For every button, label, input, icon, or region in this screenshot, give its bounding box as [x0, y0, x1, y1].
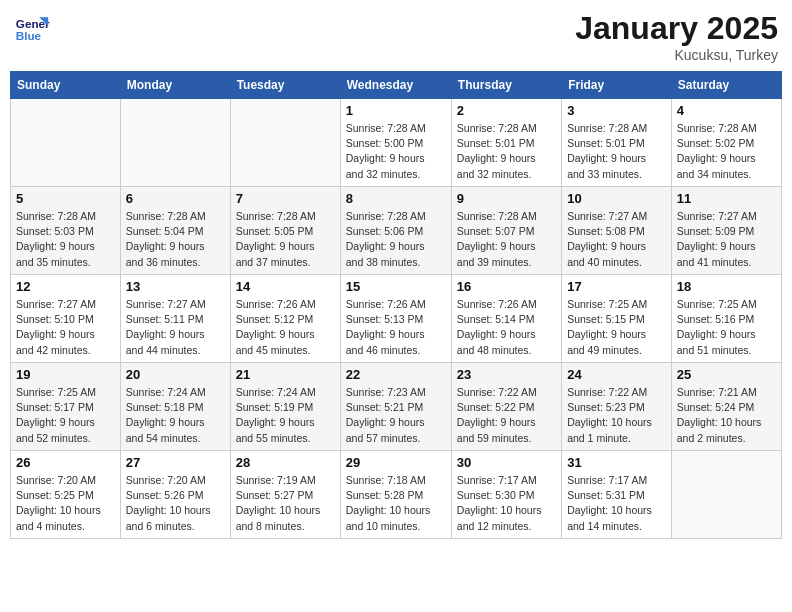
day-cell: 11Sunrise: 7:27 AM Sunset: 5:09 PM Dayli… [671, 187, 781, 275]
header-monday: Monday [120, 72, 230, 99]
day-info: Sunrise: 7:24 AM Sunset: 5:19 PM Dayligh… [236, 385, 335, 446]
day-number: 19 [16, 367, 115, 382]
day-info: Sunrise: 7:28 AM Sunset: 5:01 PM Dayligh… [457, 121, 556, 182]
day-cell: 16Sunrise: 7:26 AM Sunset: 5:14 PM Dayli… [451, 275, 561, 363]
day-number: 29 [346, 455, 446, 470]
day-cell: 3Sunrise: 7:28 AM Sunset: 5:01 PM Daylig… [562, 99, 672, 187]
logo: General Blue [14, 10, 50, 46]
day-cell: 17Sunrise: 7:25 AM Sunset: 5:15 PM Dayli… [562, 275, 672, 363]
day-cell: 15Sunrise: 7:26 AM Sunset: 5:13 PM Dayli… [340, 275, 451, 363]
header-wednesday: Wednesday [340, 72, 451, 99]
day-info: Sunrise: 7:20 AM Sunset: 5:26 PM Dayligh… [126, 473, 225, 534]
day-cell: 26Sunrise: 7:20 AM Sunset: 5:25 PM Dayli… [11, 451, 121, 539]
day-info: Sunrise: 7:17 AM Sunset: 5:31 PM Dayligh… [567, 473, 666, 534]
day-number: 4 [677, 103, 776, 118]
day-cell: 30Sunrise: 7:17 AM Sunset: 5:30 PM Dayli… [451, 451, 561, 539]
day-number: 11 [677, 191, 776, 206]
calendar-header-row: SundayMondayTuesdayWednesdayThursdayFrid… [11, 72, 782, 99]
day-number: 3 [567, 103, 666, 118]
day-cell: 29Sunrise: 7:18 AM Sunset: 5:28 PM Dayli… [340, 451, 451, 539]
week-row-4: 19Sunrise: 7:25 AM Sunset: 5:17 PM Dayli… [11, 363, 782, 451]
day-info: Sunrise: 7:28 AM Sunset: 5:02 PM Dayligh… [677, 121, 776, 182]
day-info: Sunrise: 7:25 AM Sunset: 5:16 PM Dayligh… [677, 297, 776, 358]
day-number: 15 [346, 279, 446, 294]
day-cell: 7Sunrise: 7:28 AM Sunset: 5:05 PM Daylig… [230, 187, 340, 275]
day-number: 20 [126, 367, 225, 382]
location-subtitle: Kucuksu, Turkey [575, 47, 778, 63]
day-number: 7 [236, 191, 335, 206]
day-cell: 9Sunrise: 7:28 AM Sunset: 5:07 PM Daylig… [451, 187, 561, 275]
day-info: Sunrise: 7:26 AM Sunset: 5:12 PM Dayligh… [236, 297, 335, 358]
title-block: January 2025 Kucuksu, Turkey [575, 10, 778, 63]
day-info: Sunrise: 7:25 AM Sunset: 5:15 PM Dayligh… [567, 297, 666, 358]
day-cell: 25Sunrise: 7:21 AM Sunset: 5:24 PM Dayli… [671, 363, 781, 451]
day-number: 10 [567, 191, 666, 206]
day-cell: 19Sunrise: 7:25 AM Sunset: 5:17 PM Dayli… [11, 363, 121, 451]
day-cell: 5Sunrise: 7:28 AM Sunset: 5:03 PM Daylig… [11, 187, 121, 275]
calendar-table: SundayMondayTuesdayWednesdayThursdayFrid… [10, 71, 782, 539]
day-info: Sunrise: 7:28 AM Sunset: 5:05 PM Dayligh… [236, 209, 335, 270]
day-cell: 8Sunrise: 7:28 AM Sunset: 5:06 PM Daylig… [340, 187, 451, 275]
day-info: Sunrise: 7:27 AM Sunset: 5:08 PM Dayligh… [567, 209, 666, 270]
day-number: 21 [236, 367, 335, 382]
day-cell: 31Sunrise: 7:17 AM Sunset: 5:31 PM Dayli… [562, 451, 672, 539]
day-info: Sunrise: 7:22 AM Sunset: 5:23 PM Dayligh… [567, 385, 666, 446]
day-info: Sunrise: 7:28 AM Sunset: 5:03 PM Dayligh… [16, 209, 115, 270]
day-info: Sunrise: 7:28 AM Sunset: 5:04 PM Dayligh… [126, 209, 225, 270]
day-cell: 4Sunrise: 7:28 AM Sunset: 5:02 PM Daylig… [671, 99, 781, 187]
day-number: 12 [16, 279, 115, 294]
day-number: 14 [236, 279, 335, 294]
day-info: Sunrise: 7:24 AM Sunset: 5:18 PM Dayligh… [126, 385, 225, 446]
day-number: 2 [457, 103, 556, 118]
week-row-5: 26Sunrise: 7:20 AM Sunset: 5:25 PM Dayli… [11, 451, 782, 539]
day-cell: 20Sunrise: 7:24 AM Sunset: 5:18 PM Dayli… [120, 363, 230, 451]
logo-icon: General Blue [14, 10, 50, 46]
day-number: 8 [346, 191, 446, 206]
calendar-body: 1Sunrise: 7:28 AM Sunset: 5:00 PM Daylig… [11, 99, 782, 539]
day-cell: 2Sunrise: 7:28 AM Sunset: 5:01 PM Daylig… [451, 99, 561, 187]
day-number: 18 [677, 279, 776, 294]
day-number: 30 [457, 455, 556, 470]
day-cell: 23Sunrise: 7:22 AM Sunset: 5:22 PM Dayli… [451, 363, 561, 451]
day-number: 22 [346, 367, 446, 382]
day-info: Sunrise: 7:25 AM Sunset: 5:17 PM Dayligh… [16, 385, 115, 446]
day-cell: 1Sunrise: 7:28 AM Sunset: 5:00 PM Daylig… [340, 99, 451, 187]
header-tuesday: Tuesday [230, 72, 340, 99]
day-number: 31 [567, 455, 666, 470]
day-cell [671, 451, 781, 539]
day-cell: 13Sunrise: 7:27 AM Sunset: 5:11 PM Dayli… [120, 275, 230, 363]
day-info: Sunrise: 7:28 AM Sunset: 5:01 PM Dayligh… [567, 121, 666, 182]
day-number: 16 [457, 279, 556, 294]
day-info: Sunrise: 7:21 AM Sunset: 5:24 PM Dayligh… [677, 385, 776, 446]
day-number: 27 [126, 455, 225, 470]
day-number: 6 [126, 191, 225, 206]
day-info: Sunrise: 7:22 AM Sunset: 5:22 PM Dayligh… [457, 385, 556, 446]
page-header: General Blue January 2025 Kucuksu, Turke… [10, 10, 782, 63]
day-number: 25 [677, 367, 776, 382]
day-number: 9 [457, 191, 556, 206]
day-info: Sunrise: 7:28 AM Sunset: 5:00 PM Dayligh… [346, 121, 446, 182]
day-info: Sunrise: 7:26 AM Sunset: 5:13 PM Dayligh… [346, 297, 446, 358]
day-cell: 24Sunrise: 7:22 AM Sunset: 5:23 PM Dayli… [562, 363, 672, 451]
day-info: Sunrise: 7:18 AM Sunset: 5:28 PM Dayligh… [346, 473, 446, 534]
week-row-2: 5Sunrise: 7:28 AM Sunset: 5:03 PM Daylig… [11, 187, 782, 275]
day-cell [11, 99, 121, 187]
day-number: 28 [236, 455, 335, 470]
day-cell: 12Sunrise: 7:27 AM Sunset: 5:10 PM Dayli… [11, 275, 121, 363]
day-number: 26 [16, 455, 115, 470]
day-cell: 10Sunrise: 7:27 AM Sunset: 5:08 PM Dayli… [562, 187, 672, 275]
day-number: 23 [457, 367, 556, 382]
day-info: Sunrise: 7:26 AM Sunset: 5:14 PM Dayligh… [457, 297, 556, 358]
header-sunday: Sunday [11, 72, 121, 99]
day-info: Sunrise: 7:20 AM Sunset: 5:25 PM Dayligh… [16, 473, 115, 534]
week-row-3: 12Sunrise: 7:27 AM Sunset: 5:10 PM Dayli… [11, 275, 782, 363]
day-cell: 6Sunrise: 7:28 AM Sunset: 5:04 PM Daylig… [120, 187, 230, 275]
day-cell: 28Sunrise: 7:19 AM Sunset: 5:27 PM Dayli… [230, 451, 340, 539]
month-title: January 2025 [575, 10, 778, 47]
day-number: 1 [346, 103, 446, 118]
day-number: 5 [16, 191, 115, 206]
day-number: 24 [567, 367, 666, 382]
header-thursday: Thursday [451, 72, 561, 99]
week-row-1: 1Sunrise: 7:28 AM Sunset: 5:00 PM Daylig… [11, 99, 782, 187]
day-cell [120, 99, 230, 187]
